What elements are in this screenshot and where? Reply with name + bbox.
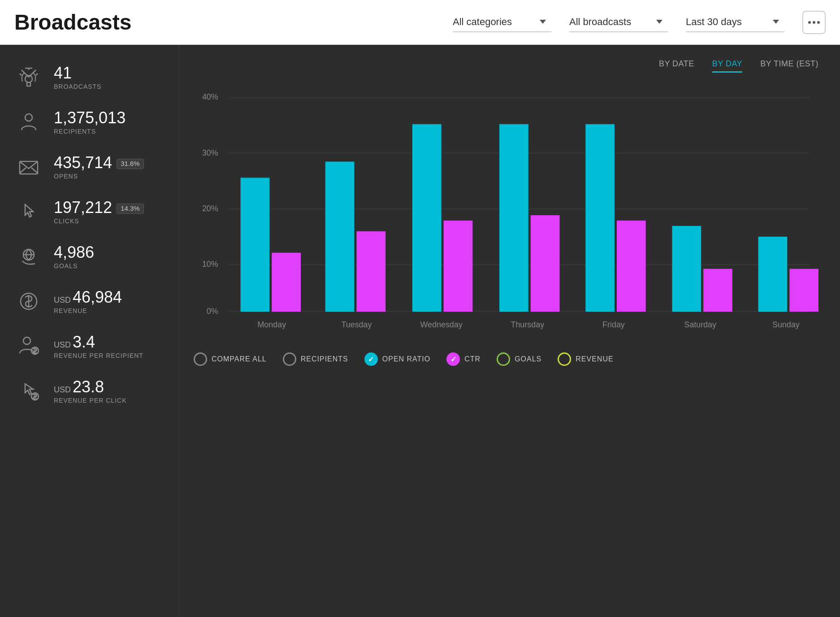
bar-sunday-magenta: [789, 269, 818, 312]
stat-rpc-text: USD23.8 REVENUE PER CLICK: [54, 378, 165, 404]
svg-text:Saturday: Saturday: [684, 320, 716, 329]
legend-recipients-label: RECIPIENTS: [301, 355, 348, 363]
tab-by-day[interactable]: BY DAY: [712, 59, 742, 73]
legend-revenue[interactable]: REVENUE: [558, 352, 613, 366]
stat-broadcasts: 41 BROADCASTS: [14, 63, 165, 91]
page-title: Broadcasts: [14, 10, 131, 35]
dot3: [817, 21, 820, 24]
revenue-circle: [558, 352, 571, 366]
bar-tuesday-magenta: [356, 231, 385, 312]
legend-compare-all-label: COMPARE ALL: [212, 355, 267, 363]
stat-clicks: 197,21214.3% CLICKS: [14, 197, 165, 226]
tab-by-time[interactable]: BY TIME (EST): [760, 59, 818, 73]
svg-line-6: [20, 74, 22, 75]
dollar-icon: [14, 287, 43, 316]
legend-recipients[interactable]: RECIPIENTS: [283, 352, 348, 366]
person-dollar-icon: [14, 332, 43, 361]
date-arrow-icon: [773, 20, 779, 24]
legend-revenue-label: REVENUE: [576, 355, 613, 363]
more-button[interactable]: [802, 11, 826, 34]
clicks-badge: 14.3%: [117, 204, 144, 214]
bar-chart: 40% 30% 20% 10% 0% Monday: [194, 83, 818, 343]
dot2: [813, 21, 815, 24]
categories-dropdown[interactable]: All categories: [453, 13, 551, 32]
stat-goals: 4,986 GOALS: [14, 242, 165, 271]
categories-arrow-icon: [540, 20, 546, 24]
stat-rpr-text: USD3.4 REVENUE PER RECIPIENT: [54, 333, 165, 359]
ctr-check: ✓: [450, 355, 456, 364]
stat-broadcasts-label: BROADCASTS: [54, 83, 165, 90]
stat-opens-value: 435,71431.6%: [54, 154, 165, 172]
satellite-icon: [14, 63, 43, 91]
stat-broadcasts-value: 41: [54, 64, 165, 82]
recipients-circle: [283, 352, 296, 366]
stats-sidebar: 41 BROADCASTS 1,375,013 RECIPIENTS: [0, 45, 179, 617]
svg-line-10: [20, 168, 26, 173]
stat-opens: 435,71431.6% OPENS: [14, 152, 165, 181]
hand-dollar-icon: [14, 377, 43, 405]
stat-revenue-label: REVENUE: [54, 307, 165, 314]
legend-open-ratio-label: OPEN RATIO: [382, 355, 431, 363]
tab-by-date[interactable]: BY DATE: [659, 59, 694, 73]
svg-text:Sunday: Sunday: [772, 320, 800, 329]
svg-text:Tuesday: Tuesday: [341, 320, 372, 329]
svg-text:Monday: Monday: [257, 320, 286, 329]
stat-clicks-text: 197,21214.3% CLICKS: [54, 199, 165, 225]
globe-hand-icon: [14, 242, 43, 271]
bar-wednesday-magenta: [444, 221, 473, 312]
chart-area: BY DATE BY DAY BY TIME (EST) 40% 30% 20%…: [179, 45, 840, 617]
bar-thursday-cyan: [499, 124, 528, 312]
pointer-icon: [14, 197, 43, 226]
stat-revenue-value: USD46,984: [54, 288, 165, 306]
stat-opens-text: 435,71431.6% OPENS: [54, 154, 165, 180]
legend-open-ratio[interactable]: ✓ OPEN RATIO: [364, 352, 431, 366]
svg-text:20%: 20%: [202, 204, 218, 213]
legend-goals[interactable]: GOALS: [497, 352, 541, 366]
stat-goals-label: GOALS: [54, 262, 165, 269]
stat-rpc-label: REVENUE PER CLICK: [54, 397, 165, 404]
bar-monday-magenta: [272, 253, 301, 312]
bar-sunday-cyan: [758, 237, 788, 312]
date-label: Last 30 days: [686, 16, 767, 28]
stat-clicks-label: CLICKS: [54, 217, 165, 225]
stat-rpr: USD3.4 REVENUE PER RECIPIENT: [14, 332, 165, 361]
stat-rpc: USD23.8 REVENUE PER CLICK: [14, 377, 165, 405]
stat-opens-label: OPENS: [54, 173, 165, 180]
broadcasts-label: All broadcasts: [569, 16, 651, 28]
legend-ctr[interactable]: ✓ CTR: [446, 352, 481, 366]
stat-rpr-value: USD3.4: [54, 333, 165, 351]
svg-point-16: [23, 337, 30, 344]
legend-compare-all[interactable]: COMPARE ALL: [194, 352, 267, 366]
legend-ctr-label: CTR: [464, 355, 481, 363]
bar-wednesday-cyan: [412, 124, 442, 312]
svg-text:Thursday: Thursday: [511, 320, 544, 329]
compare-all-circle: [194, 352, 207, 366]
bar-tuesday-cyan: [325, 161, 355, 312]
bar-friday-magenta: [617, 221, 646, 312]
open-ratio-check: ✓: [368, 355, 374, 364]
stat-revenue: USD46,984 REVENUE: [14, 287, 165, 316]
categories-label: All categories: [453, 16, 534, 28]
svg-text:40%: 40%: [202, 92, 218, 101]
stat-goals-text: 4,986 GOALS: [54, 243, 165, 269]
svg-line-11: [31, 168, 38, 173]
bar-friday-cyan: [585, 124, 615, 312]
bar-saturday-magenta: [703, 269, 732, 312]
bar-monday-cyan: [241, 178, 270, 312]
broadcasts-dropdown[interactable]: All broadcasts: [569, 13, 668, 32]
date-dropdown[interactable]: Last 30 days: [686, 13, 784, 32]
ctr-circle: ✓: [446, 352, 460, 366]
broadcasts-arrow-icon: [656, 20, 662, 24]
svg-text:10%: 10%: [202, 260, 218, 269]
chart-tabs: BY DATE BY DAY BY TIME (EST): [194, 59, 818, 73]
svg-line-7: [36, 74, 38, 75]
person-icon: [14, 108, 43, 136]
goals-circle: [497, 352, 510, 366]
stat-recipients-label: RECIPIENTS: [54, 128, 165, 135]
open-ratio-circle: ✓: [364, 352, 378, 366]
legend-goals-label: GOALS: [515, 355, 541, 363]
stat-goals-value: 4,986: [54, 243, 165, 261]
bar-thursday-magenta: [531, 215, 560, 312]
stat-clicks-value: 197,21214.3%: [54, 199, 165, 217]
chart-legend: COMPARE ALL RECIPIENTS ✓ OPEN RATIO ✓ CT…: [194, 352, 818, 366]
